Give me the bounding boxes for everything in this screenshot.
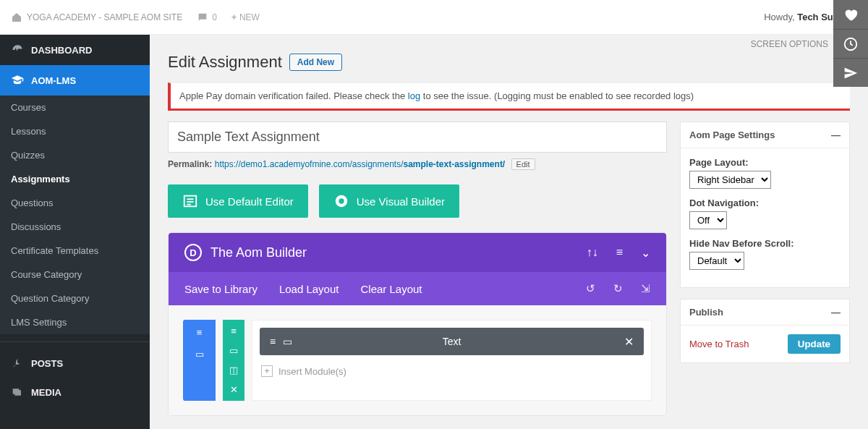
comments-link[interactable]: 0 xyxy=(197,12,217,23)
layout-icon: ▭ xyxy=(195,349,204,360)
move-to-trash-link[interactable]: Move to Trash xyxy=(689,339,749,349)
insert-module-button[interactable]: + Insert Module(s) xyxy=(260,362,644,380)
drag-icon: ≡ xyxy=(197,327,203,338)
svg-point-6 xyxy=(339,198,344,203)
permalink-edit-button[interactable]: Edit xyxy=(511,158,535,170)
media-icon xyxy=(11,386,24,398)
collapse-icon[interactable]: — xyxy=(831,129,841,140)
page-settings-title: Aom Page Settings xyxy=(689,129,775,140)
module-close-icon[interactable]: ✕ xyxy=(624,335,634,349)
plus-icon: + xyxy=(261,365,273,377)
dashboard-label: DASHBOARD xyxy=(31,45,93,56)
pin-icon xyxy=(11,357,24,369)
publish-title: Publish xyxy=(689,307,723,318)
use-default-editor-button[interactable]: Use Default Editor xyxy=(168,184,308,218)
dot-nav-label: Dot Navigation: xyxy=(689,197,841,208)
posts-label: POSTS xyxy=(31,358,63,369)
float-history-button[interactable] xyxy=(833,29,868,58)
update-button[interactable]: Update xyxy=(788,334,841,354)
comment-count: 0 xyxy=(212,12,217,22)
add-new-button[interactable]: Add New xyxy=(289,54,342,71)
new-label: NEW xyxy=(239,12,260,22)
close-icon[interactable]: ✕ xyxy=(230,384,238,395)
subitem-course-category[interactable]: Course Category xyxy=(0,263,150,286)
load-layout-link[interactable]: Load Layout xyxy=(279,283,339,295)
paper-plane-icon xyxy=(843,66,858,80)
subitem-question-category[interactable]: Question Category xyxy=(0,286,150,310)
drag-icon: ≡ xyxy=(231,326,237,336)
subitem-questions[interactable]: Questions xyxy=(0,191,150,215)
heart-icon xyxy=(843,7,859,22)
plus-icon: + xyxy=(231,12,237,22)
sidebar-item-media[interactable]: MEDIA xyxy=(0,378,150,407)
subitem-courses[interactable]: Courses xyxy=(0,95,150,119)
columns-icon: ▭ xyxy=(229,345,238,356)
home-icon xyxy=(11,12,22,23)
sidebar-item-aom-lms[interactable]: AOM-LMS xyxy=(0,65,150,95)
module-icon: ▭ xyxy=(283,336,292,347)
subitem-lms-settings[interactable]: LMS Settings xyxy=(0,310,150,334)
use-visual-builder-button[interactable]: Use Visual Builder xyxy=(319,184,459,218)
text-module-bar[interactable]: ≡ ▭ Text ✕ xyxy=(260,328,644,355)
float-send-button[interactable] xyxy=(833,58,868,87)
sidebar-item-dashboard[interactable]: DASHBOARD xyxy=(0,35,150,65)
media-label: MEDIA xyxy=(31,387,61,398)
page-layout-label: Page Layout: xyxy=(689,157,841,168)
menu-separator xyxy=(0,334,150,349)
builder-title: The Aom Builder xyxy=(210,245,307,260)
clear-layout-link[interactable]: Clear Layout xyxy=(360,283,422,295)
collapse-icon[interactable]: — xyxy=(831,307,841,318)
page-layout-select[interactable]: Right Sidebar xyxy=(689,171,771,189)
clock-icon xyxy=(843,36,859,52)
subitem-discussions[interactable]: Discussions xyxy=(0,215,150,239)
undo-icon[interactable]: ↺ xyxy=(586,282,595,295)
site-link[interactable]: YOGA ACADEMY - SAMPLE AOM SITE xyxy=(11,12,182,23)
section-handle[interactable]: ≡ ▭ xyxy=(183,320,216,401)
dot-nav-select[interactable]: Off xyxy=(689,211,727,229)
log-link[interactable]: log xyxy=(408,90,420,101)
redo-icon[interactable]: ↻ xyxy=(613,282,623,295)
permalink-link[interactable]: https://demo1.academyofmine.com/assignme… xyxy=(215,159,506,169)
subitem-lessons[interactable]: Lessons xyxy=(0,119,150,143)
sort-icon[interactable]: ↑↓ xyxy=(587,246,598,260)
post-title-input[interactable] xyxy=(168,122,667,153)
eye-icon xyxy=(333,193,349,209)
subitem-assignments[interactable]: Assignments xyxy=(0,167,150,191)
comment-icon xyxy=(197,12,208,23)
graduation-cap-icon xyxy=(11,74,24,87)
page-title: Edit Assignment xyxy=(168,53,282,72)
hide-nav-label: Hide Nav Before Scroll: xyxy=(689,238,841,249)
dashboard-icon xyxy=(11,43,24,56)
drag-icon: ≡ xyxy=(270,336,276,347)
chevron-down-icon[interactable]: ⌄ xyxy=(641,246,650,260)
screen-options-toggle[interactable]: SCREEN OPTIONS xyxy=(150,35,868,49)
subitem-quizzes[interactable]: Quizzes xyxy=(0,143,150,167)
builder-logo-icon: D xyxy=(184,244,202,261)
sidebar-item-posts[interactable]: POSTS xyxy=(0,349,150,378)
hide-nav-select[interactable]: Default xyxy=(689,252,744,270)
site-name: YOGA ACADEMY - SAMPLE AOM SITE xyxy=(27,12,182,22)
save-to-library-link[interactable]: Save to Library xyxy=(184,283,258,295)
list-icon xyxy=(182,193,198,209)
aom-lms-label: AOM-LMS xyxy=(31,75,76,86)
column-icon: ◫ xyxy=(229,365,238,375)
new-content-link[interactable]: + NEW xyxy=(231,12,260,22)
error-notice: Apple Pay domain verification failed. Pl… xyxy=(168,82,850,111)
expand-icon[interactable]: ⇲ xyxy=(641,282,650,295)
module-title: Text xyxy=(443,336,461,347)
permalink-row: Permalink: https://demo1.academyofmine.c… xyxy=(168,158,667,170)
row-handle[interactable]: ≡ ▭ ◫ ✕ xyxy=(223,320,244,401)
hamburger-icon[interactable]: ≡ xyxy=(616,246,623,260)
float-heart-button[interactable] xyxy=(833,0,868,29)
subitem-certificate-templates[interactable]: Certificate Templates xyxy=(0,239,150,263)
